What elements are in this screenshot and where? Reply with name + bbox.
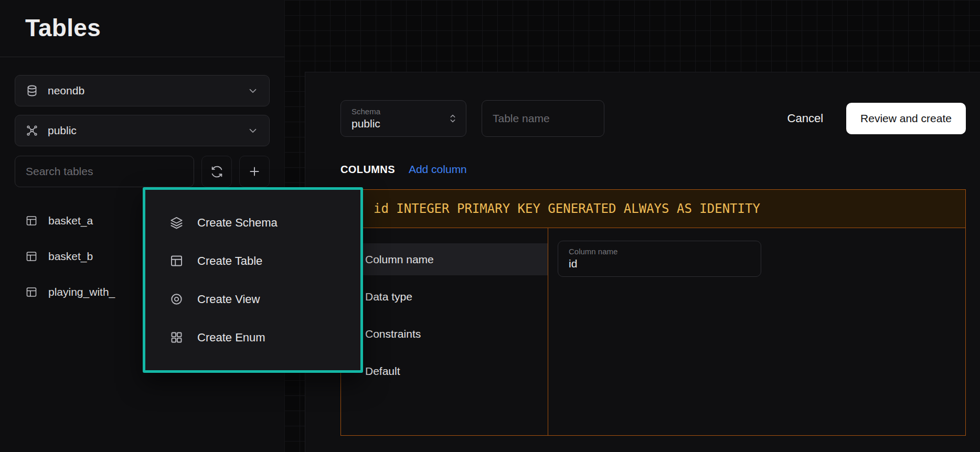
column-editor-nav: Column name Data type Constraints Defaul… <box>341 228 548 435</box>
chevrons-up-down-icon <box>447 113 459 124</box>
editor-row-data-type[interactable]: Data type <box>341 281 548 313</box>
page-title: Tables <box>25 14 284 42</box>
chevron-down-icon <box>247 85 259 96</box>
table-name-label: playing_with_ <box>48 286 115 298</box>
cancel-button[interactable]: Cancel <box>787 112 823 125</box>
table-icon <box>25 250 38 263</box>
editor-row-column-name[interactable]: Column name <box>341 243 548 275</box>
database-icon <box>26 84 38 97</box>
create-context-menu: Create Schema Create Table Create View C… <box>143 187 363 373</box>
menu-item-label: Create Enum <box>197 331 265 345</box>
menu-item-label: Create Schema <box>197 216 278 230</box>
panel-topbar: Schema public Cancel Review and create <box>340 100 966 137</box>
editor-row-default[interactable]: Default <box>341 355 548 387</box>
column-name-field[interactable]: Column name <box>558 241 761 277</box>
schema-select[interactable]: Schema public <box>340 100 466 137</box>
menu-item-create-enum[interactable]: Create Enum <box>145 318 360 357</box>
chevron-down-icon <box>247 125 259 136</box>
refresh-icon <box>210 165 223 178</box>
schema-select-value: public <box>351 117 447 130</box>
add-column-link[interactable]: Add column <box>409 163 467 176</box>
column-editor-body: Column name Data type Constraints Defaul… <box>341 228 965 435</box>
layers-icon <box>169 216 184 230</box>
table-name-label: basket_b <box>48 250 93 263</box>
schema-icon <box>26 124 38 137</box>
app: Tables neondb <box>0 0 980 452</box>
grid-icon <box>169 330 184 345</box>
sidebar-controls: neondb public <box>0 57 284 187</box>
table-name-input[interactable] <box>482 100 604 137</box>
column-sql-row[interactable]: id INTEGER PRIMARY KEY GENERATED ALWAYS … <box>341 190 965 228</box>
menu-item-create-schema[interactable]: Create Schema <box>145 203 360 242</box>
table-icon <box>25 286 38 298</box>
schema-select-texts: Schema public <box>351 107 447 130</box>
columns-header-row: COLUMNS Add column <box>340 163 966 176</box>
menu-item-create-view[interactable]: Create View <box>145 280 360 318</box>
column-name-input[interactable] <box>569 256 750 270</box>
column-editor-detail: Column name <box>548 228 965 435</box>
review-and-create-button[interactable]: Review and create <box>846 103 966 134</box>
columns-label: COLUMNS <box>340 164 395 176</box>
table-icon <box>169 254 184 268</box>
column-editor: id INTEGER PRIMARY KEY GENERATED ALWAYS … <box>340 189 966 436</box>
database-selector[interactable]: neondb <box>15 75 270 106</box>
column-sql-text: id INTEGER PRIMARY KEY GENERATED ALWAYS … <box>374 201 760 216</box>
plus-icon <box>248 165 261 178</box>
menu-item-label: Create Table <box>197 254 262 268</box>
table-icon <box>25 214 38 227</box>
refresh-button[interactable] <box>201 156 232 187</box>
create-table-panel: Schema public Cancel Review and create C… <box>305 72 980 452</box>
menu-item-create-table[interactable]: Create Table <box>145 242 360 280</box>
search-input[interactable] <box>15 156 194 187</box>
database-selector-value: neondb <box>48 84 238 97</box>
eye-icon <box>169 292 184 306</box>
menu-item-label: Create View <box>197 293 260 306</box>
search-row <box>15 156 270 187</box>
schema-selector-value: public <box>48 124 238 137</box>
editor-row-constraints[interactable]: Constraints <box>341 318 548 350</box>
schema-selector[interactable]: public <box>15 115 270 146</box>
add-table-button[interactable] <box>239 156 270 187</box>
table-name-label: basket_a <box>48 214 93 227</box>
column-name-field-label: Column name <box>569 247 750 256</box>
schema-select-label: Schema <box>351 107 447 116</box>
canvas: Schema public Cancel Review and create C… <box>284 0 980 452</box>
